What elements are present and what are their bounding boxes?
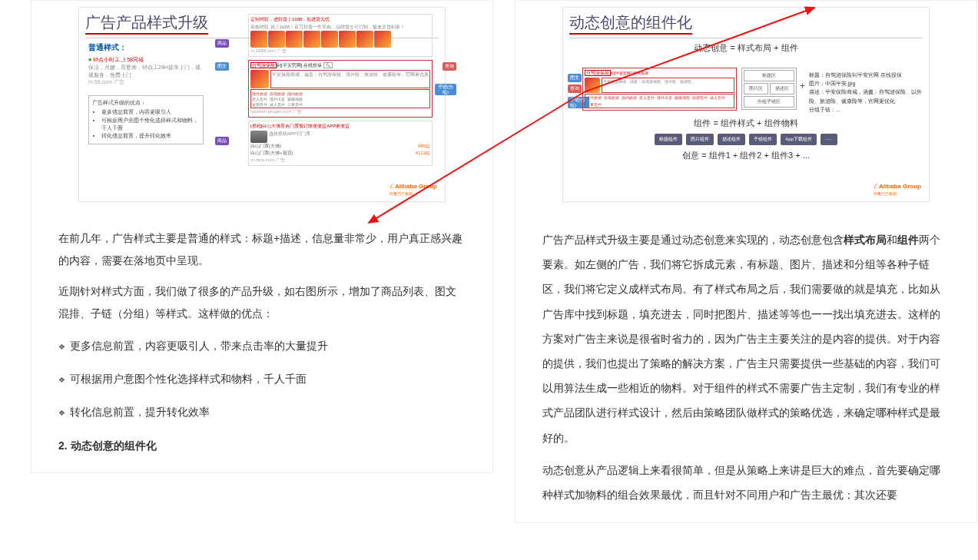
component-chip: 标题组件 [655,134,682,145]
page-right: 动态创意的组件化 动态创意 = 样式布局 + 组件 图文 查询 子链(分组) 自… [515,0,977,523]
divider [569,38,923,38]
plus-icon: + [800,81,805,91]
tag-goods2: 商品 [215,137,229,145]
thumbnail-row [250,31,430,48]
ad-sample: 自驾游保险到[平安官网],在线投保 平安保险商城，涵盖：自驾游保险、境外险、旅游… [582,68,737,111]
slide-right-column: 商品 定制对联，进好货上1688，批进货无忧 采购对联 就上1688！百万好货一… [217,14,433,169]
sample-ad: ■ 钟点小时工,上58同城 保洁，月嫂，育婴师，钟点工24H接单上门，规规服务，… [88,56,204,86]
section-heading: 2. 动态创意的组件化 [58,435,466,457]
tag-image-text: 图文 [568,74,582,82]
diamond-icon: ❖ [58,376,65,384]
slide-title: 广告产品样式升级 [85,12,208,35]
tag-image-text: 图文 [215,62,229,71]
slide-right: 动态创意的组件化 动态创意 = 样式布局 + 组件 图文 查询 子链(分组) 自… [562,7,930,202]
paragraph: 动态创意从产品逻辑上来看很简单，但是从策略上来讲是巨大的难点，首先要确定哪种样式… [542,458,950,507]
alibaba-logo: ℰ Alibaba Group阿里巴巴集团 [390,183,437,197]
diamond-icon: ❖ [58,409,65,417]
equation: 组件 = 组件样式 + 组件物料 [569,118,923,129]
slide-title: 动态创意的组件化 [569,12,692,35]
advantages-box: 广告样式升级的优点： 更多信息前置，内容更吸引人 可根据用户意图个性化选择样式和… [88,95,204,144]
annotation: 标题：自驾游保险到平安官网 在线投保 图片：中国平安.jpg 描述：平安保险商城… [809,71,929,114]
tag-search: 查询 [568,84,582,93]
component-row: 标题组件 图片组件 描述组件 子链组件 App下载组件 ...... [569,134,923,145]
ad-image-icon [585,78,600,93]
body-right: 广告产品样式升级主要是通过动态创意来实现的，动态创意包含样式布局和组件两个要素。… [516,208,976,522]
product-thumb [250,31,267,48]
tag-search: 查询 [443,62,456,71]
paragraph: 近期针对样式方面，我们做了很多的产品升级，如右图所示，增加了商品列表、图文混排、… [58,280,466,326]
ad-block-3: 商品 [携程]白山大佛景点门票预订随便便宜APP更便宜 选择携程APP订门票 白… [248,121,433,166]
body-left: 在前几年，广告样式主要是普通的样式：标题+描述，信息量非常少，用户真正感兴趣的内… [31,208,492,472]
tag-goods: 商品 [215,39,229,48]
ad-block-2: 图文 查询 子链(分组) 自驾游保险到[平安官网],在线投保 🔍 平安保险商城，… [248,60,433,118]
slide-left-column: 普通样式： ■ 钟点小时工,上58同城 保洁，月嫂，育婴师，钟点工24H接单上门… [88,42,204,144]
alibaba-logo: ℰ Alibaba Group阿里巴巴集团 [874,183,921,197]
equation: 动态创意 = 样式布局 + 组件 [569,42,923,54]
ad-image-icon [250,70,269,88]
sub-heading: 普通样式： [88,42,204,53]
slide-left: 广告产品样式升级 普通样式： ■ 钟点小时工,上58同城 保洁，月嫂，育婴师，钟… [78,7,446,202]
layout-diagram: 标题区 图片区描述区 分组子链区 [741,68,797,110]
paragraph: 广告产品样式升级主要是通过动态创意来实现的，动态创意包含样式布局和组件两个要素。… [542,227,950,450]
tag-sublinks: 子链(分组) [435,84,456,95]
page-left: 广告产品样式升级 普通样式： ■ 钟点小时工,上58同城 保洁，月嫂，育婴师，钟… [31,0,493,473]
paragraph: 在前几年，广告样式主要是普通的样式：标题+描述，信息量非常少，用户真正感兴趣的内… [58,227,466,273]
bullet-list: ❖更多信息前置，内容更吸引人，带来点击率的大量提升 ❖可根据用户意图个性化选择样… [58,335,466,424]
equation: 创意 = 组件1 + 组件2 + 组件3 + ... [569,150,923,161]
ad-block-1: 商品 定制对联，进好货上1688，批进货无忧 采购对联 就上1688！百万好货一… [248,14,433,57]
diamond-icon: ❖ [58,343,65,351]
